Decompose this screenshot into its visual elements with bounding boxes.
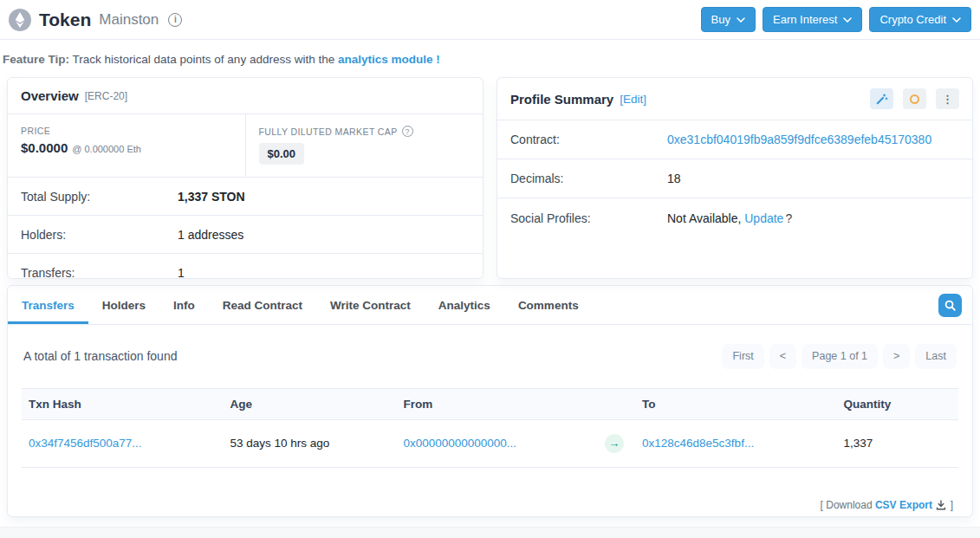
row-label: Social Profiles: — [510, 211, 667, 225]
edit-link[interactable]: [Edit] — [620, 93, 646, 106]
token-logo — [9, 9, 31, 31]
token-subtitle: Mainston — [99, 11, 159, 29]
price-eth-value: @ 0.000000 Eth — [72, 144, 141, 154]
summary-cards: Overview [ERC-20] PRICE $0.0000 @ 0.0000… — [0, 77, 980, 279]
price-usd-value: $0.0000 — [21, 140, 68, 155]
market-cap-column: FULLY DILUTED MARKET CAP ? $0.00 — [245, 114, 484, 177]
age-header: Age — [223, 388, 396, 419]
caret-down-icon — [843, 17, 852, 23]
csv-export-link[interactable]: CSV Export — [875, 499, 932, 511]
profile-summary-card: Profile Summary [Edit] ⋮ Contract: 0xe31… — [496, 77, 973, 279]
decimals-value: 18 — [667, 172, 681, 185]
feature-tip: Feature Tip: Track historical data point… — [0, 40, 980, 77]
market-cap-label: FULLY DILUTED MARKET CAP — [259, 126, 398, 137]
search-icon — [944, 299, 957, 312]
caret-down-icon — [737, 17, 745, 23]
token-info-icon[interactable]: i — [168, 13, 182, 27]
age-cell: 53 days 10 hrs ago — [223, 419, 396, 467]
profile-card-header: Profile Summary [Edit] ⋮ — [497, 78, 972, 120]
contract-row: Contract: 0xe31cbf04019fb9a859f9dfce6389… — [497, 120, 972, 159]
top-actions: Buy Earn Interest Crypto Credit — [701, 7, 971, 32]
last-page-button[interactable]: Last — [915, 344, 957, 369]
page-indicator: Page 1 of 1 — [802, 344, 878, 369]
circle-ring-icon — [910, 94, 919, 104]
market-cap-badge: $0.00 — [259, 143, 305, 165]
tab-read-contract[interactable]: Read Contract — [209, 286, 316, 324]
analytics-module-link[interactable]: analytics module ! — [338, 53, 440, 66]
first-page-button[interactable]: First — [722, 344, 763, 369]
tab-holders[interactable]: Holders — [88, 286, 159, 324]
row-label: Contract: — [510, 133, 667, 146]
txn-hash-link[interactable]: 0x34f7456df500a77... — [29, 437, 142, 450]
overview-title: Overview — [21, 88, 79, 103]
token-brand: Token Mainston i — [9, 9, 182, 31]
transfers-body: A total of 1 transaction found First < P… — [8, 325, 972, 517]
direction-header — [598, 388, 635, 419]
transactions-summary: A total of 1 transaction found — [23, 349, 177, 363]
tab-analytics[interactable]: Analytics — [425, 286, 504, 324]
to-header: To — [635, 388, 836, 419]
contract-address-link[interactable]: 0xe31cbf04019fb9a859f9dfce6389efeb451703… — [667, 133, 931, 146]
price-column: PRICE $0.0000 @ 0.000000 Eth — [8, 114, 245, 177]
crypto-credit-button[interactable]: Crypto Credit — [869, 7, 971, 32]
social-help-text: ? — [785, 211, 792, 225]
transfers-row: Transfers: 1 — [8, 253, 483, 279]
table-header-row: Txn Hash Age From To Quantity — [22, 388, 958, 419]
tab-info[interactable]: Info — [159, 286, 209, 324]
row-label: Transfers: — [21, 266, 178, 280]
feature-tip-label: Feature Tip: — [3, 53, 69, 66]
row-label: Total Supply: — [21, 190, 178, 204]
download-prefix: [ Download — [821, 499, 873, 511]
tab-transfers[interactable]: Transfers — [8, 286, 88, 324]
help-icon[interactable]: ? — [402, 126, 413, 137]
row-label: Decimals: — [510, 172, 667, 185]
page-title: Token — [39, 10, 91, 30]
quantity-cell: 1,337 — [836, 419, 958, 467]
download-icon[interactable] — [936, 500, 946, 510]
more-options-button[interactable]: ⋮ — [936, 88, 959, 109]
price-section: PRICE $0.0000 @ 0.000000 Eth FULLY DILUT… — [8, 114, 483, 177]
ethereum-icon — [9, 9, 31, 31]
arrow-right-icon: → — [605, 434, 624, 453]
buy-button[interactable]: Buy — [701, 7, 756, 32]
next-page-button[interactable]: > — [883, 344, 910, 369]
total-supply-value: 1,337 STON — [178, 190, 245, 204]
overview-card-header: Overview [ERC-20] — [8, 78, 483, 114]
reminder-button[interactable] — [903, 88, 926, 109]
erc20-tag: [ERC-20] — [85, 90, 127, 102]
prev-page-button[interactable]: < — [769, 344, 796, 369]
profile-summary-title: Profile Summary — [510, 92, 613, 107]
transfers-section: Transfers Holders Info Read Contract Wri… — [7, 285, 973, 517]
search-button[interactable] — [938, 294, 962, 317]
row-label: Holders: — [21, 228, 178, 242]
csv-export-row: [ Download CSV Export ] — [22, 468, 958, 518]
caret-down-icon — [952, 17, 961, 23]
wand-button[interactable] — [870, 88, 893, 109]
from-header: From — [396, 388, 597, 419]
tab-comments[interactable]: Comments — [504, 286, 593, 324]
from-address-link[interactable]: 0x00000000000000... — [403, 437, 516, 450]
update-link[interactable]: Update — [744, 211, 783, 225]
price-label: PRICE — [21, 126, 232, 136]
feature-tip-text: Track historical data points of any addr… — [73, 53, 335, 66]
to-address-link[interactable]: 0x128c46d8e5c3fbf... — [642, 437, 754, 450]
transfers-count-value: 1 — [178, 266, 185, 280]
magic-wand-icon — [876, 93, 888, 105]
earn-interest-button[interactable]: Earn Interest — [763, 7, 862, 32]
social-profiles-value: Not Available, — [667, 211, 741, 225]
decimals-row: Decimals: 18 — [497, 159, 972, 198]
txn-hash-header: Txn Hash — [22, 388, 223, 419]
overview-card: Overview [ERC-20] PRICE $0.0000 @ 0.0000… — [7, 77, 484, 279]
quantity-header: Quantity — [836, 388, 958, 419]
footer-strip — [0, 527, 980, 538]
table-row: 0x34f7456df500a77... 53 days 10 hrs ago … — [22, 419, 958, 467]
holders-value: 1 addresses — [178, 228, 243, 242]
pagination: First < Page 1 of 1 > Last — [722, 344, 957, 369]
social-profiles-row: Social Profiles: Not Available, Update ? — [497, 198, 972, 237]
transfers-table: Txn Hash Age From To Quantity 0x34f7456d… — [22, 388, 958, 468]
download-suffix: ] — [951, 499, 953, 511]
total-supply-row: Total Supply: 1,337 STON — [8, 177, 483, 215]
kebab-menu-icon: ⋮ — [942, 94, 953, 105]
tab-write-contract[interactable]: Write Contract — [316, 286, 425, 324]
tabs-bar: Transfers Holders Info Read Contract Wri… — [8, 286, 972, 325]
